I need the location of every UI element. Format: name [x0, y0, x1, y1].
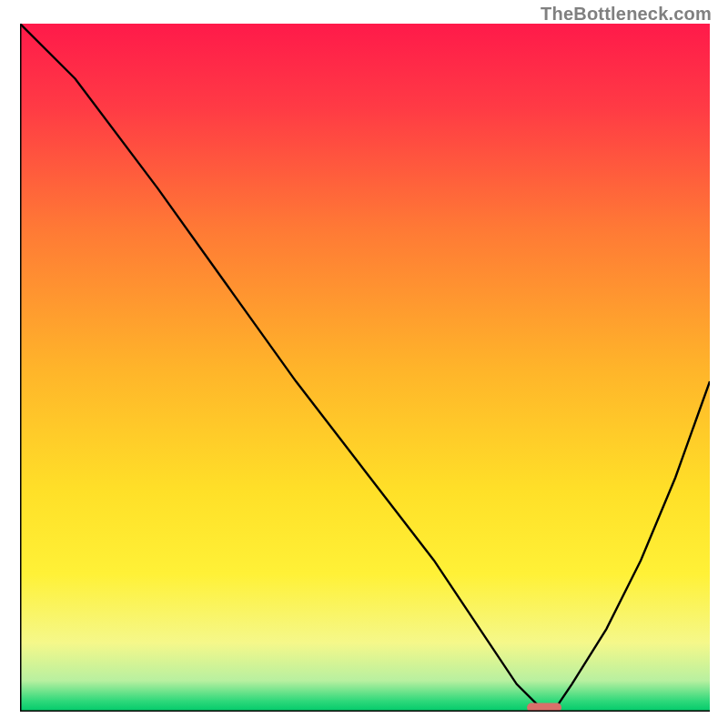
plot-background — [20, 24, 710, 712]
bottleneck-chart — [20, 24, 710, 712]
chart-container: TheBottleneck.com — [0, 0, 728, 728]
watermark-text: TheBottleneck.com — [541, 4, 712, 25]
